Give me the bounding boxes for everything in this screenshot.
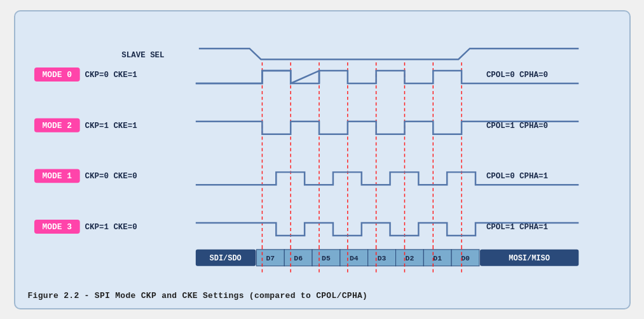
mode1-row: MODE 1 CKP=0 CKE=0 CPOL=0 CPHA=1	[34, 169, 578, 185]
dashed-lines	[262, 62, 462, 246]
mode0-left-label: CKP=0 CKE=1	[85, 71, 137, 80]
data-bits-bar: SDI/SDO D7 D6 D5 D4 D3 D2	[195, 249, 578, 266]
mode1-right-label: CPOL=0 CPHA=1	[486, 172, 547, 181]
mode3-left-label: CKP=1 CKE=0	[85, 222, 137, 231]
main-container: .mono { font-family: 'Courier New', mono…	[14, 10, 631, 309]
d7-label: D7	[266, 253, 275, 262]
mode2-row: MODE 2 CKP=1 CKE=1 CPOL=1 CPHA=0	[34, 118, 578, 134]
mode2-badge-label: MODE 2	[42, 120, 72, 130]
slave-sel-label: SLAVE SEL	[121, 51, 164, 60]
d2-label: D2	[405, 253, 414, 262]
mode3-row: MODE 3 CKP=1 CKE=0 CPOL=1 CPHA=1	[34, 220, 578, 236]
mode0-right-label: CPOL=0 CPHA=0	[486, 71, 547, 80]
mosi-miso-label: MOSI/MISO	[509, 253, 549, 262]
d0-label: D0	[461, 253, 470, 262]
diagram-svg: .mono { font-family: 'Courier New', mono…	[28, 23, 617, 286]
d4-label: D4	[349, 253, 358, 262]
caption-text: Figure 2.2 - SPI Mode CKP and CKE Settin…	[28, 291, 368, 301]
slave-sel-row: SLAVE SEL	[121, 48, 579, 60]
d5-label: D5	[322, 253, 331, 262]
mode3-badge-label: MODE 3	[42, 222, 72, 231]
d6-label: D6	[294, 253, 303, 262]
figure-caption: Figure 2.2 - SPI Mode CKP and CKE Settin…	[28, 286, 617, 301]
mode2-left-label: CKP=1 CKE=1	[85, 121, 137, 130]
diagram-area: .mono { font-family: 'Courier New', mono…	[28, 23, 617, 286]
mode1-badge-label: MODE 1	[42, 171, 72, 181]
mode1-left-label: CKP=0 CKE=0	[85, 172, 137, 181]
sdi-sdo-label: SDI/SDO	[209, 253, 241, 262]
mode3-right-label: CPOL=1 CPHA=1	[486, 222, 547, 231]
mode0-row: MODE 0 CKP=0 CKE=1 CPOL=0 CPHA=0	[34, 67, 578, 83]
mode2-right-label: CPOL=1 CPHA=0	[486, 121, 547, 130]
d1-label: D1	[433, 253, 442, 262]
d3-label: D3	[377, 253, 386, 262]
mode0-badge-label: MODE 0	[42, 70, 72, 80]
